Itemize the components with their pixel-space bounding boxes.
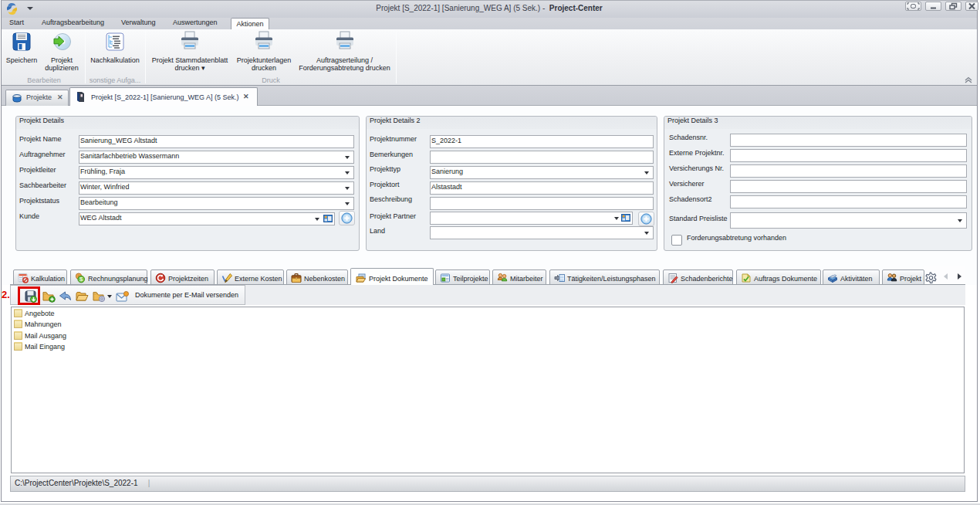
svg-text:$: $: [79, 276, 83, 283]
